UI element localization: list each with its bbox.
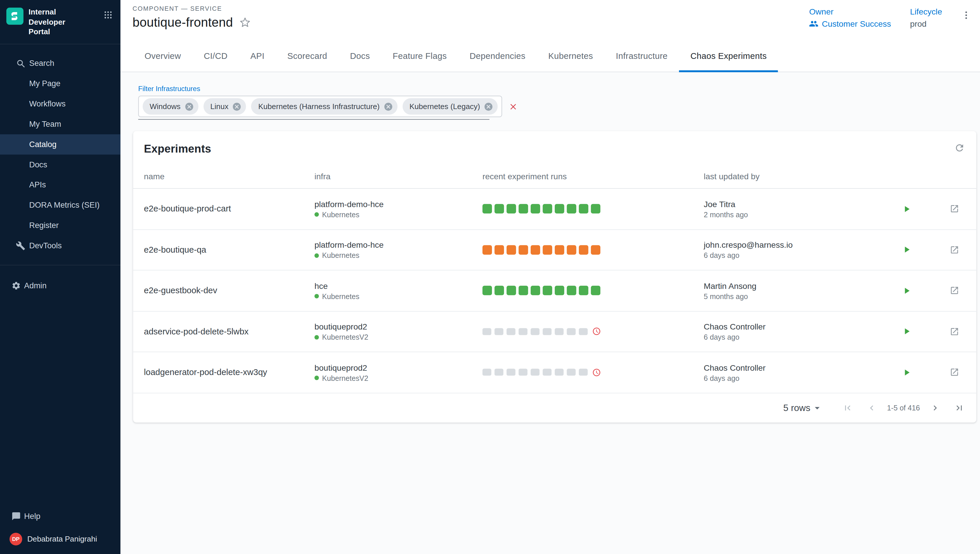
refresh-icon[interactable]	[954, 142, 965, 153]
run-status-square[interactable]	[555, 369, 564, 376]
open-in-new-icon[interactable]	[950, 368, 959, 377]
run-status-square[interactable]	[495, 328, 504, 335]
tab-docs[interactable]: Docs	[338, 41, 381, 72]
run-status-square[interactable]	[591, 204, 600, 214]
sidebar-item-my-team[interactable]: My Team	[0, 114, 120, 134]
help-button[interactable]: Help	[0, 506, 120, 527]
run-status-square[interactable]	[567, 286, 576, 296]
run-status-square[interactable]	[482, 204, 492, 214]
run-status-square[interactable]	[579, 204, 588, 214]
run-status-square[interactable]	[567, 328, 576, 335]
run-status-square[interactable]	[531, 204, 540, 214]
run-status-square[interactable]	[495, 369, 504, 376]
chip-remove-icon[interactable]	[184, 102, 194, 111]
open-in-new-icon[interactable]	[950, 326, 959, 336]
run-status-square[interactable]	[579, 286, 588, 296]
run-status-square[interactable]	[579, 328, 588, 335]
tab-scorecard[interactable]: Scorecard	[276, 41, 338, 72]
run-status-square[interactable]	[506, 204, 516, 214]
sidebar-item-devtools[interactable]: DevTools	[0, 236, 120, 256]
tab-api[interactable]: API	[239, 41, 276, 72]
run-status-square[interactable]	[495, 204, 504, 214]
open-in-new-icon[interactable]	[950, 245, 959, 255]
run-status-square[interactable]	[555, 328, 564, 335]
run-status-square[interactable]	[519, 369, 528, 376]
run-experiment-button[interactable]	[902, 367, 912, 377]
run-status-square[interactable]	[519, 328, 528, 335]
filter-chip-windows[interactable]: Windows	[142, 98, 198, 115]
run-status-square[interactable]	[506, 369, 516, 376]
filter-chip-linux[interactable]: Linux	[203, 98, 246, 115]
sidebar-item-dora-metrics[interactable]: DORA Metrics (SEI)	[0, 195, 120, 215]
run-status-square[interactable]	[506, 328, 516, 335]
run-status-square[interactable]	[543, 328, 552, 335]
run-status-square[interactable]	[519, 286, 528, 296]
sidebar-item-my-page[interactable]: My Page	[0, 73, 120, 94]
owner-label[interactable]: Owner	[809, 7, 891, 16]
run-status-square[interactable]	[543, 204, 552, 214]
last-page-button[interactable]	[954, 403, 964, 413]
next-page-button[interactable]	[930, 403, 940, 413]
run-status-square[interactable]	[519, 245, 528, 255]
user-profile[interactable]: DP Debabrata Panigrahi	[0, 527, 120, 551]
run-status-square[interactable]	[543, 286, 552, 296]
kebab-menu-icon[interactable]	[961, 10, 971, 21]
run-status-square[interactable]	[567, 245, 576, 255]
run-status-square[interactable]	[482, 369, 492, 376]
run-status-square[interactable]	[506, 245, 516, 255]
run-status-square[interactable]	[543, 245, 552, 255]
run-experiment-button[interactable]	[902, 245, 912, 255]
run-status-square[interactable]	[579, 245, 588, 255]
rows-per-page-select[interactable]: 5 rows	[783, 402, 823, 413]
filter-chip-kubernetes-legacy[interactable]: Kubernetes (Legacy)	[402, 98, 498, 115]
run-status-square[interactable]	[482, 328, 492, 335]
sidebar-item-search[interactable]: Search	[0, 53, 120, 73]
apps-grid-icon[interactable]	[103, 10, 113, 20]
tab-infrastructure[interactable]: Infrastructure	[604, 41, 679, 72]
run-experiment-button[interactable]	[902, 204, 912, 214]
favorite-star-icon[interactable]	[239, 17, 250, 28]
first-page-button[interactable]	[843, 403, 853, 413]
open-in-new-icon[interactable]	[950, 204, 959, 214]
owner-link[interactable]: Customer Success	[809, 19, 891, 29]
run-status-square[interactable]	[591, 245, 600, 255]
filter-chip-kubernetes-harness[interactable]: Kubernetes (Harness Infrastructure)	[251, 98, 397, 115]
lifecycle-label[interactable]: Lifecycle	[910, 7, 942, 16]
chip-remove-icon[interactable]	[383, 102, 393, 111]
sidebar-item-apis[interactable]: APIs	[0, 175, 120, 195]
sidebar-item-admin[interactable]: Admin	[0, 275, 120, 296]
run-status-square[interactable]	[482, 286, 492, 296]
run-status-square[interactable]	[531, 286, 540, 296]
run-status-square[interactable]	[506, 286, 516, 296]
open-in-new-icon[interactable]	[950, 286, 959, 296]
run-status-square[interactable]	[482, 245, 492, 255]
previous-page-button[interactable]	[867, 403, 877, 413]
sidebar-item-docs[interactable]: Docs	[0, 154, 120, 175]
sidebar-item-register[interactable]: Register	[0, 215, 120, 236]
run-status-square[interactable]	[495, 286, 504, 296]
run-status-square[interactable]	[519, 204, 528, 214]
clear-filters-icon[interactable]	[509, 102, 518, 111]
run-status-square[interactable]	[579, 369, 588, 376]
run-status-square[interactable]	[531, 328, 539, 335]
tab-overview[interactable]: Overview	[133, 41, 192, 72]
run-experiment-button[interactable]	[902, 285, 912, 296]
chip-remove-icon[interactable]	[232, 102, 242, 111]
app-logo[interactable]: Internal Developer Portal	[0, 0, 120, 44]
run-status-square[interactable]	[555, 204, 564, 214]
run-status-square[interactable]	[555, 245, 564, 255]
run-status-square[interactable]	[531, 369, 539, 376]
tab-dependencies[interactable]: Dependencies	[458, 41, 537, 72]
infrastructure-filter-input[interactable]: Windows Linux Kubernetes (Harness Infras…	[138, 96, 489, 120]
run-status-square[interactable]	[531, 245, 540, 255]
tab-feature-flags[interactable]: Feature Flags	[381, 41, 458, 72]
run-status-square[interactable]	[567, 369, 576, 376]
tab-chaos-experiments[interactable]: Chaos Experiments	[679, 41, 778, 72]
tab-cicd[interactable]: CI/CD	[192, 41, 239, 72]
sidebar-item-catalog[interactable]: Catalog	[0, 134, 120, 154]
run-status-square[interactable]	[555, 286, 564, 296]
chip-remove-icon[interactable]	[484, 102, 493, 111]
run-experiment-button[interactable]	[902, 326, 912, 336]
sidebar-item-workflows[interactable]: Workflows	[0, 94, 120, 114]
run-status-square[interactable]	[543, 369, 552, 376]
